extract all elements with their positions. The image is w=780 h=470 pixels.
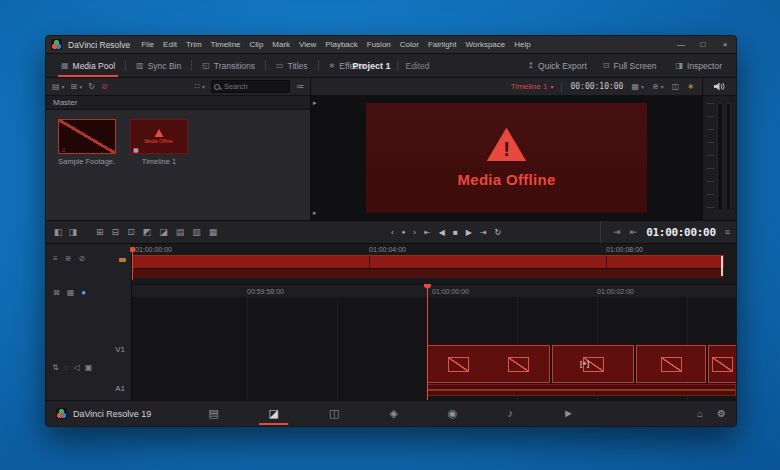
media-clip-sample-footage[interactable]: ♫ Sample Footage...: [58, 119, 116, 166]
menu-timeline[interactable]: Timeline: [211, 40, 241, 49]
filter-button[interactable]: ≔: [296, 82, 304, 91]
maximize-button[interactable]: □: [692, 36, 714, 53]
place-on-top-icon[interactable]: ◪: [159, 227, 168, 237]
video-clip[interactable]: [427, 345, 550, 383]
split-view-button[interactable]: ◫: [672, 82, 680, 91]
ripple-overwrite-icon[interactable]: ⊡: [127, 227, 135, 237]
match-frame-out-button[interactable]: ⇥: [613, 227, 621, 237]
disable-icon[interactable]: ⊘: [78, 254, 85, 263]
track-options-icon[interactable]: ≡: [53, 254, 58, 263]
page-cut-button[interactable]: ◪: [267, 404, 281, 423]
clip-thumbnail[interactable]: Media Offline ▦: [130, 119, 188, 154]
quick-export-button[interactable]: ↥ Quick Export: [519, 61, 594, 71]
titlebar[interactable]: DaVinci Resolve File Edit Trim Timeline …: [46, 36, 736, 54]
viewer-tools-button[interactable]: ≋ ▾: [652, 82, 664, 91]
menu-playback[interactable]: Playback: [325, 40, 357, 49]
refresh-button[interactable]: ↻: [88, 82, 95, 91]
bin-header[interactable]: Master: [46, 96, 310, 110]
page-edit-button[interactable]: ◫: [327, 404, 341, 423]
audio-controls[interactable]: [703, 78, 736, 96]
tab-transitions[interactable]: ◱ Transitions: [193, 54, 264, 77]
menu-clip[interactable]: Clip: [250, 40, 264, 49]
page-color-button[interactable]: ◉: [446, 404, 460, 423]
video-clip[interactable]: [708, 345, 736, 383]
viewer-grid-button[interactable]: ▦ ▾: [631, 82, 644, 91]
search-input[interactable]: [211, 80, 290, 93]
menu-file[interactable]: File: [141, 40, 154, 49]
ai-tools-button[interactable]: ∗: [687, 82, 694, 91]
play-button[interactable]: ▶: [466, 228, 472, 237]
settings-button[interactable]: ⚙: [717, 408, 726, 419]
stop-button[interactable]: ■: [453, 228, 458, 237]
menu-edit[interactable]: Edit: [163, 40, 177, 49]
mini-audio-track[interactable]: [132, 268, 724, 278]
effect-icon[interactable]: ▦: [209, 227, 218, 237]
step-back-button[interactable]: ‹: [391, 228, 394, 237]
trim-in-icon[interactable]: ◧: [54, 227, 63, 237]
menu-workspace[interactable]: Workspace: [465, 40, 505, 49]
transition-icon[interactable]: ▥: [192, 227, 201, 237]
page-fusion-button[interactable]: ◈: [387, 404, 399, 423]
menu-color[interactable]: Color: [400, 40, 419, 49]
menu-mark[interactable]: Mark: [272, 40, 290, 49]
media-clip-timeline-1[interactable]: Media Offline ▦ Timeline 1: [130, 119, 188, 166]
video-clip[interactable]: [636, 345, 706, 383]
playhead[interactable]: [427, 284, 428, 400]
minimize-button[interactable]: —: [670, 36, 692, 53]
menu-help[interactable]: Help: [514, 40, 530, 49]
page-fairlight-button[interactable]: ♪: [505, 404, 515, 423]
menu-fusion[interactable]: Fusion: [367, 40, 391, 49]
menu-view[interactable]: View: [299, 40, 316, 49]
close-up-icon[interactable]: ◩: [143, 227, 152, 237]
record-marker-button[interactable]: ●: [402, 229, 406, 235]
tab-titles[interactable]: ▭ Titles: [267, 54, 317, 77]
smart-insert-icon[interactable]: ⊞: [96, 227, 104, 237]
loop-button[interactable]: ↻: [495, 228, 502, 237]
mute-icon[interactable]: ◌: [64, 363, 69, 372]
collapse-panel-icon[interactable]: ▸: [313, 99, 317, 107]
thumbnail-size-button[interactable]: ∷ ▾: [195, 82, 205, 91]
menu-fairlight[interactable]: Fairlight: [428, 40, 456, 49]
audio-clip[interactable]: [427, 384, 736, 396]
waveform-icon[interactable]: ≋: [65, 254, 72, 263]
page-deliver-button[interactable]: ►: [561, 404, 576, 423]
viewer-area[interactable]: ▸ ▸ ! Media Offline: [311, 96, 702, 220]
mini-playhead[interactable]: [132, 250, 133, 280]
offline-clips-button[interactable]: ⊘: [101, 82, 108, 91]
solo-icon[interactable]: ▣: [85, 363, 93, 372]
home-button[interactable]: ⌂: [697, 408, 703, 419]
list-view-button[interactable]: ▤ ▾: [52, 82, 65, 91]
inspector-button[interactable]: ◨ Inspector: [667, 61, 730, 71]
clip-thumbnail[interactable]: ♫: [58, 119, 116, 154]
video-track-label[interactable]: V1: [115, 345, 125, 354]
go-to-start-button[interactable]: ⇤: [424, 228, 431, 237]
match-frame-in-button[interactable]: ⇤: [630, 227, 638, 237]
tab-media-pool[interactable]: ▦ Media Pool: [52, 54, 124, 77]
timeline-options-menu[interactable]: ≡: [725, 227, 730, 237]
viewer-toolbar: Timeline 1 ▾ 00:00:10:00 ▦ ▾ ≋ ▾ ◫ ∗: [311, 78, 702, 96]
tab-sync-bin[interactable]: ▥ Sync Bin: [127, 54, 190, 77]
full-screen-button[interactable]: ⊡ Full Screen: [595, 61, 665, 71]
step-forward-button[interactable]: ›: [413, 228, 416, 237]
timeline-tracks[interactable]: [+]: [132, 297, 736, 400]
source-overwrite-icon[interactable]: ▤: [176, 227, 185, 237]
trim-out-icon[interactable]: ◨: [69, 227, 78, 237]
close-button[interactable]: ×: [714, 36, 736, 53]
video-clip[interactable]: [552, 345, 634, 383]
menu-trim[interactable]: Trim: [186, 40, 202, 49]
film-icon[interactable]: ▦: [67, 288, 75, 297]
go-to-end-button[interactable]: ⇥: [480, 228, 487, 237]
track-height-icon[interactable]: ⇅: [52, 363, 59, 372]
audio-track-label[interactable]: A1: [115, 384, 125, 393]
play-reverse-button[interactable]: ◀: [439, 228, 445, 237]
snapping-indicator-icon[interactable]: ●: [81, 288, 86, 297]
lock-icon[interactable]: ⊠: [53, 288, 60, 297]
speaker-small-icon[interactable]: ◁: [73, 363, 79, 372]
page-media-button[interactable]: ▤: [206, 404, 220, 423]
append-icon[interactable]: ⊟: [112, 227, 120, 237]
timeline-selector[interactable]: Timeline 1 ▾: [511, 82, 554, 91]
collapse-panel-icon[interactable]: ▸: [313, 209, 317, 217]
search-icon: [214, 84, 220, 90]
import-media-button[interactable]: ⊞ ▾: [71, 82, 83, 91]
mini-video-track[interactable]: [132, 255, 724, 268]
